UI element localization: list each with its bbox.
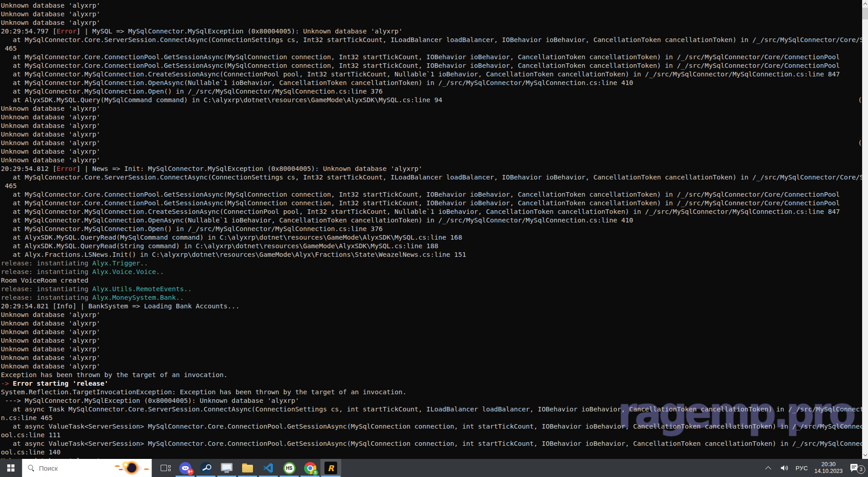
- console-row: -> Error starting 'release': [1, 379, 862, 387]
- start-button[interactable]: [0, 459, 22, 477]
- console-row: Unknown database 'alyxrp': [1, 18, 862, 27]
- console-row: at MySqlConnector.MySqlConnection.Create…: [1, 207, 862, 216]
- console-row: release: instantiating Alyx.Voice.Voice.…: [1, 267, 862, 276]
- taskbar-search-box[interactable]: [22, 459, 152, 477]
- console-row: 465: [1, 44, 862, 52]
- clock-time: 20:30: [814, 461, 843, 468]
- console-row: at MySqlConnector.MySqlConnection.OpenAs…: [1, 78, 862, 87]
- console-row: Unknown database 'alyxrp': [1, 362, 862, 370]
- console-row: release: instantiating Alyx.Trigger..: [1, 259, 862, 267]
- search-input[interactable]: [39, 464, 93, 472]
- console-row: at MySqlConnector.Core.ServerSession.Con…: [1, 35, 862, 44]
- console-row: Unknown database 'alyxrp': [1, 104, 862, 113]
- vscode-icon: [262, 462, 274, 474]
- console-row: at MySqlConnector.MySqlConnection.Create…: [1, 70, 862, 78]
- chrome-profile-badge: S: [312, 470, 318, 476]
- console-scrollbar[interactable]: [862, 0, 868, 459]
- console-row: Unknown database 'alyxrp': [1, 138, 862, 147]
- search-highlight-eclipse-image[interactable]: [112, 459, 151, 476]
- clock[interactable]: 20:30 14.10.2023: [814, 461, 843, 475]
- taskbar-app-discord[interactable]: 9+: [175, 459, 196, 477]
- taskbar-app-performance-monitor[interactable]: [216, 459, 237, 477]
- volume-icon[interactable]: [779, 463, 789, 473]
- console-row: ool.cs:line 111: [1, 430, 862, 439]
- action-center-button[interactable]: 3: [849, 459, 865, 477]
- taskbar-app-hs[interactable]: HS: [279, 459, 300, 477]
- console-row: Unknown database 'alyxrp': [1, 319, 862, 327]
- scrollbar-thumb[interactable]: [862, 8, 868, 19]
- console-row: Unknown database 'alyxrp': [1, 1, 862, 9]
- steam-icon: [200, 462, 212, 474]
- console-row: Unknown database 'alyxrp': [1, 456, 862, 459]
- monitor-chart-icon: [221, 463, 233, 473]
- console-window[interactable]: ragemp.pro Unknown database 'alyxrp'Unkn…: [0, 0, 862, 459]
- hs-icon: HS: [283, 462, 296, 474]
- taskbar-app-vscode[interactable]: [258, 459, 279, 477]
- console-row: release: instantiating Alyx.Utils.Remote…: [1, 284, 862, 293]
- console-row: System.Reflection.TargetInvocationExcept…: [1, 387, 862, 396]
- ragemp-icon: R: [324, 462, 337, 474]
- console-row: 20:29:54.797 [Error] | MySQL => MySqlCon…: [1, 27, 862, 35]
- scroll-down-arrow-icon[interactable]: [862, 451, 868, 459]
- console-row: at MySqlConnector.Core.ConnectionPool.Ge…: [1, 61, 862, 70]
- console-row: Unknown database 'alyxrp': [1, 353, 862, 362]
- console-row: Unknown database 'alyxrp': [1, 9, 862, 18]
- system-tray: РУС 20:30 14.10.2023 3: [763, 459, 865, 477]
- stray-glyph: (: [858, 95, 862, 104]
- console-row: at MySqlConnector.Core.ConnectionPool.Ge…: [1, 190, 862, 198]
- console-row: release: instantiating Alyx.MoneySystem.…: [1, 293, 862, 302]
- taskbar: 9+ HS S R РУС 20:30 14.: [0, 459, 868, 477]
- console-row: at MySqlConnector.Core.ServerSession.Con…: [1, 173, 862, 181]
- windows-logo-icon: [7, 464, 14, 472]
- console-row: 20:29:54.812 [Error] | News => Init: MyS…: [1, 164, 862, 173]
- folder-icon: [242, 463, 253, 472]
- console-row: at MySqlConnector.Core.ConnectionPool.Ge…: [1, 198, 862, 207]
- taskbar-app-steam[interactable]: [196, 459, 216, 477]
- stray-glyph: (: [858, 138, 862, 147]
- console-row: Unknown database 'alyxrp': [1, 130, 862, 138]
- discord-notification-badge: 9+: [187, 468, 194, 475]
- console-row: Unknown database 'alyxrp': [1, 147, 862, 156]
- notification-count-badge: 3: [857, 465, 865, 474]
- taskbar-app-ragemp-active[interactable]: R: [320, 459, 341, 477]
- console-row: 20:29:54.821 [Info] | BankSystem => Load…: [1, 302, 862, 310]
- console-row: at MySqlConnector.Core.ConnectionPool.Ge…: [1, 52, 862, 61]
- taskbar-app-chrome[interactable]: S: [300, 459, 320, 477]
- console-row: Unknown database 'alyxrp': [1, 336, 862, 345]
- console-row: 465: [1, 181, 862, 190]
- console-row: ---> MySqlConnector.MySqlException (0x80…: [1, 396, 862, 405]
- console-row: Unknown database 'alyxrp': [1, 121, 862, 130]
- console-row: Unknown database 'alyxrp': [1, 327, 862, 336]
- console-output: Unknown database 'alyxrp'Unknown databas…: [1, 1, 862, 459]
- console-row: n.cs:line 465: [1, 413, 862, 422]
- console-row: ool.cs:line 140: [1, 448, 862, 456]
- search-icon: [28, 464, 35, 472]
- task-view-icon: [161, 465, 167, 471]
- console-row: at MySqlConnector.MySqlConnection.Open()…: [1, 87, 862, 95]
- language-indicator[interactable]: РУС: [796, 465, 808, 472]
- clock-date: 14.10.2023: [814, 468, 843, 475]
- console-row: at AlyxSDK.MySQL.QueryRead(String comman…: [1, 241, 862, 250]
- console-row: at async Task MySqlConnector.Core.Server…: [1, 405, 862, 413]
- console-row: Exception has been thrown by the target …: [1, 370, 862, 379]
- console-row: Unknown database 'alyxrp': [1, 113, 862, 121]
- console-row: at AlyxSDK.MySQL.Query(MySqlCommand comm…: [1, 95, 862, 104]
- scroll-up-arrow-icon[interactable]: [862, 0, 868, 8]
- console-row: at MySqlConnector.MySqlConnection.OpenAs…: [1, 216, 862, 224]
- tray-expand-chevron-icon[interactable]: [763, 459, 773, 477]
- taskbar-app-folder[interactable]: [237, 459, 258, 477]
- task-view-button[interactable]: [156, 459, 175, 477]
- console-row: at async ValueTask<ServerSession> MySqlC…: [1, 439, 862, 448]
- console-row: at AlyxSDK.MySQL.QueryRead(MySqlCommand …: [1, 233, 862, 241]
- console-row: Unknown database 'alyxrp': [1, 156, 862, 164]
- console-row: Room VoiceRoom created: [1, 276, 862, 284]
- console-row: at Alyx.Fractions.LSNews.Init() in C:\al…: [1, 250, 862, 259]
- console-row: Unknown database 'alyxrp': [1, 310, 862, 319]
- console-row: at async ValueTask<ServerSession> MySqlC…: [1, 422, 862, 430]
- console-row: Unknown database 'alyxrp': [1, 345, 862, 353]
- console-row: at MySqlConnector.MySqlConnection.Open()…: [1, 224, 862, 233]
